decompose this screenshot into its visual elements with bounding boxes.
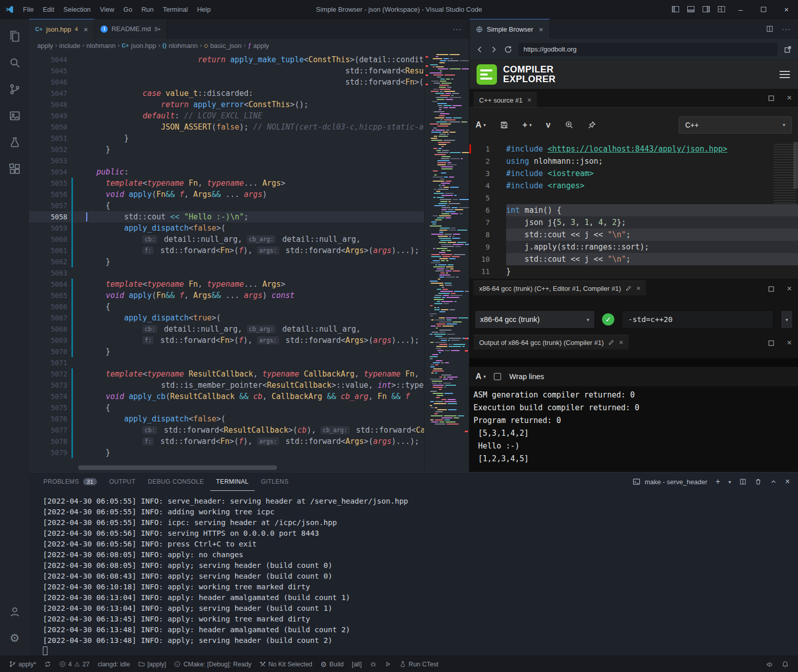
accounts-icon[interactable] [3,599,27,625]
media-preview-icon[interactable] [3,103,27,129]
project-status[interactable]: [apply] [134,656,170,672]
close-pane-icon[interactable]: × [787,338,792,348]
extensions-icon[interactable] [3,156,27,182]
problems-status[interactable]: 4 ⚠ 27 [55,656,94,672]
breadcrumb[interactable]: apply›include›nlohmann›C+json.hpp›{}nloh… [29,39,469,52]
code-line[interactable]: 5060 cb: detail::null_arg, cb_arg: detai… [29,234,424,245]
add-pane-button[interactable]: +▾ [522,120,532,130]
source-control-icon[interactable] [3,76,27,103]
terminal-output[interactable]: [2022-04-30 06:05:55] INFO: serve_header… [29,491,798,656]
search-icon[interactable] [3,49,27,76]
minimap[interactable] [424,52,469,472]
menu-help[interactable]: Help [192,4,215,15]
menu-run[interactable]: Run [137,4,158,15]
code-line[interactable]: 5077 cb: std::forward<ResultCallback>(cb… [29,425,424,436]
code-line[interactable]: 5066 { [29,301,424,312]
save-icon[interactable] [500,121,508,129]
code-line[interactable]: 5071 [29,357,424,368]
ce-code-line[interactable]: 2using nlohmann::json; [469,155,798,167]
code-line[interactable]: 5059 apply_dispatch<false>( [29,222,424,234]
more-actions-icon[interactable]: ··· [782,24,791,33]
compiler-args-input[interactable]: -std=c++20 [621,310,774,329]
git-branch-status[interactable]: apply* [5,656,40,672]
panel-tab-output[interactable]: OUTPUT [103,472,142,491]
ce-code-line[interactable]: 8 std::cout << j << "\n"; [469,229,798,241]
minimize-button[interactable]: – [729,0,752,18]
split-editor-icon[interactable] [766,25,774,33]
clangd-status[interactable]: clangd: idle [93,656,134,672]
ce-code-line[interactable]: 3#include <iostream> [469,167,798,180]
cmake-status[interactable]: CMake: [Debug]: Ready [170,656,255,672]
code-line[interactable]: 5057 { [29,200,424,211]
split-terminal-icon[interactable] [739,478,746,485]
close-icon[interactable]: × [539,25,543,34]
tab-simple-browser[interactable]: Simple Browser × [469,19,550,39]
notifications-status[interactable] [778,661,793,668]
code-line[interactable]: 5074 void apply_cb(ResultCallback && cb,… [29,391,424,402]
launch-button[interactable] [381,656,395,672]
close-icon[interactable]: × [527,96,531,104]
compiler-select[interactable]: x86-64 gcc (trunk)▾ [475,310,595,329]
code-line[interactable]: 5070 } [29,346,424,357]
wrap-lines-checkbox[interactable] [494,373,501,380]
zoom-search-icon[interactable] [565,120,573,129]
code-line[interactable]: 5058 std::cout << "Hello :-)\n"; [29,211,424,222]
panel-tab-gitlens[interactable]: GITLENS [255,472,294,491]
hamburger-menu-icon[interactable] [779,69,791,80]
close-icon[interactable]: × [84,25,88,34]
testing-icon[interactable] [3,129,27,156]
compiler-explorer-logo-icon[interactable] [477,64,497,85]
args-dropdown-icon[interactable]: ▾ [781,310,793,329]
editor-tab-README.md[interactable]: iREADME.md9+ [94,19,167,39]
settings-gear-icon[interactable]: ⚙ [3,625,27,652]
code-line[interactable]: 5069 f: std::forward<Fn>(f), args: std::… [29,335,424,346]
font-size-button[interactable]: A▾ [476,372,486,381]
code-line[interactable]: 5063 [29,267,424,279]
menu-file[interactable]: File [18,4,38,15]
feedback-status[interactable] [762,661,778,668]
maximize-button[interactable] [752,0,775,18]
code-line[interactable]: 5075 { [29,402,424,413]
code-editor[interactable]: 5044 return apply_make_tuple<ConstThis>(… [29,52,469,472]
code-line[interactable]: 5054 public: [29,166,424,178]
forward-icon[interactable] [490,45,498,54]
code-line[interactable]: 5061 f: std::forward<Fn>(f), args: std::… [29,245,424,256]
maximize-panel-icon[interactable] [770,478,777,485]
vim-toggle-button[interactable]: v [546,120,551,130]
panel-tab-terminal[interactable]: TERMINAL [210,472,255,491]
ctest-button[interactable]: Run CTest [395,656,442,672]
code-line[interactable]: 5051 } [29,133,424,144]
breadcrumb-item[interactable]: C+json.hpp [121,42,156,49]
maximize-pane-icon[interactable] [768,340,775,346]
code-line[interactable]: 5047 case value_t::discarded: [29,88,424,99]
source-pane-tab[interactable]: C++ source #1 × [473,92,537,107]
rename-pencil-icon[interactable] [608,339,614,345]
build-target[interactable]: [all] [347,656,365,672]
rename-pencil-icon[interactable] [626,285,632,291]
panel-tab-debug-console[interactable]: DEBUG CONSOLE [142,472,210,491]
code-line[interactable]: 5045 std::forward<ResultCallback>(cb), [29,65,424,77]
code-line[interactable]: 5052 } [29,144,424,155]
code-line[interactable]: 5044 return apply_make_tuple<ConstThis>(… [29,54,424,65]
close-window-button[interactable]: × [775,0,798,18]
ce-code-line[interactable]: 10 std::cout << j << "\n"; [469,253,798,265]
code-line[interactable]: 5046 std::forward<Fn>(fn)...); [29,77,424,88]
breadcrumb-item[interactable]: ◇basic_json [204,42,242,49]
code-line[interactable]: 5050 JSON_ASSERT(false); // NOLINT(cert-… [29,121,424,133]
sync-status[interactable] [40,656,55,672]
back-icon[interactable] [476,45,484,54]
code-line[interactable]: 5073 std::is_member_pointer<ResultCallba… [29,380,424,391]
terminal-dropdown-icon[interactable]: ▾ [729,479,731,485]
code-line[interactable]: 5072 template<typename ResultCallback, t… [29,368,424,380]
close-icon[interactable]: × [636,284,640,292]
code-line[interactable]: 5056 void apply(Fn&& f, Args&& ... args) [29,189,424,200]
reload-icon[interactable] [504,45,512,54]
code-line[interactable]: 5053 [29,155,424,166]
ce-code-line[interactable]: 4#include <ranges> [469,180,798,192]
toggle-secondary-sidebar-icon[interactable] [699,0,714,18]
menu-selection[interactable]: Selection [59,4,95,15]
build-button[interactable]: ⚙ Build [316,656,347,672]
editor-tab-json.hpp[interactable]: C+json.hpp4× [29,19,94,39]
code-line[interactable]: 5079 } [29,447,424,458]
code-line[interactable]: 5064 template<typename Fn, typename... A… [29,279,424,290]
